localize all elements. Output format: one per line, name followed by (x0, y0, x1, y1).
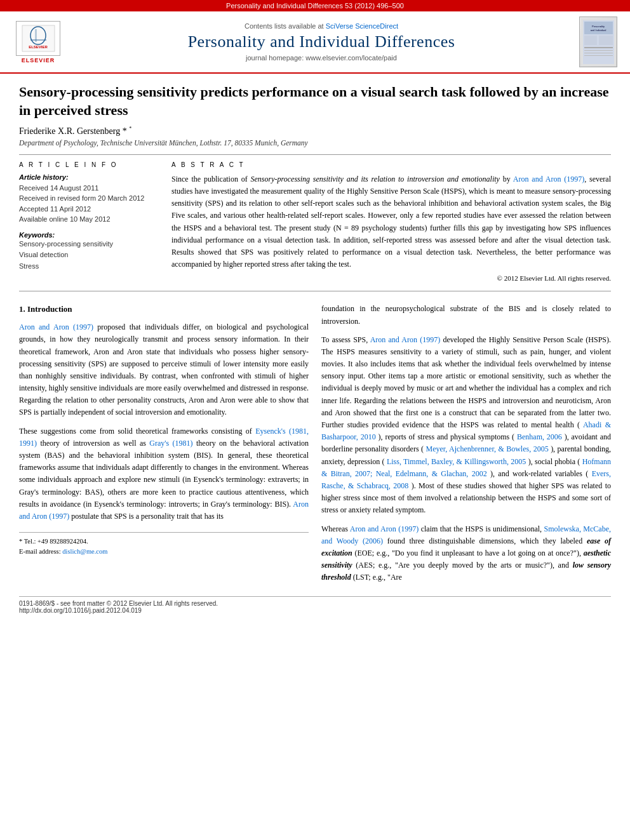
issn-line: 0191-8869/$ - see front matter © 2012 El… (19, 600, 611, 607)
svg-text:Personality: Personality (592, 25, 605, 28)
elsevier-text: ELSEVIER (22, 57, 55, 63)
abstract-column: A B S T R A C T Since the publication of… (171, 161, 611, 283)
svg-rect-3 (35, 29, 37, 42)
svg-rect-10 (584, 36, 597, 45)
available-date: Available online 10 May 2012 (19, 214, 159, 225)
abstract-text-intro: Since the publication of (171, 175, 251, 183)
abstract-text-main: , several studies have investigated the … (171, 175, 611, 269)
body-para-1: Aron and Aron (1997) proposed that indiv… (19, 321, 309, 419)
aron1997-link-r2[interactable]: Aron and Aron (1997) (350, 524, 419, 533)
author-name: Friederike X.R. Gerstenberg * * (19, 126, 611, 137)
received-date: Received 14 August 2011 (19, 183, 159, 194)
svg-text:ELSEVIER: ELSEVIER (29, 45, 48, 49)
journal-homepage: journal homepage: www.elsevier.com/locat… (64, 54, 579, 62)
svg-rect-13 (584, 50, 613, 51)
elsevier-logo-image: ELSEVIER (16, 21, 60, 56)
body-divider (19, 291, 611, 291)
doi-line: http://dx.doi.org/10.1016/j.paid.2012.04… (19, 607, 611, 614)
accepted-date: Accepted 11 April 2012 (19, 204, 159, 215)
journal-citation: Personality and Individual Differences 5… (0, 0, 630, 11)
svg-rect-7 (584, 22, 613, 34)
elsevier-logo: ELSEVIER ELSEVIER (13, 21, 64, 63)
author-affiliation: Department of Psychology, Technische Uni… (19, 139, 611, 147)
keyword-2: Visual detection (19, 250, 159, 261)
body-para-r3: Whereas Aron and Aron (1997) claim that … (321, 523, 611, 584)
sciverse-link-anchor[interactable]: SciVerse ScienceDirect (326, 22, 398, 30)
body-left-column: 1. Introduction Aron and Aron (1997) pro… (19, 303, 309, 590)
svg-rect-12 (584, 47, 613, 48)
benham-link[interactable]: Benham, 2006 (517, 432, 562, 441)
divider (19, 154, 611, 155)
svg-rect-11 (599, 36, 613, 45)
email-link[interactable]: dislich@me.com (62, 548, 107, 555)
body-para-2: These suggestions come from solid theore… (19, 425, 309, 523)
svg-rect-15 (584, 55, 613, 56)
journal-header: ELSEVIER ELSEVIER Contents lists availab… (0, 11, 630, 74)
journal-thumbnail: Personality and Individual (579, 17, 617, 67)
article-title: Sensory-processing sensitivity predicts … (19, 83, 611, 119)
journal-header-center: Contents lists available at SciVerse Sci… (64, 22, 579, 62)
keyword-1: Sensory-processing sensitivity (19, 239, 159, 250)
article-history: Article history: Received 14 August 2011… (19, 173, 159, 225)
article-info-abstract: A R T I C L E I N F O Article history: R… (19, 161, 611, 283)
footnote-area: * Tel.: +49 89288924204. E-mail address:… (19, 532, 309, 557)
svg-rect-14 (584, 53, 613, 53)
sciverse-link: Contents lists available at SciVerse Sci… (64, 22, 579, 30)
journal-citation-text: Personality and Individual Differences 5… (226, 2, 404, 10)
footnote-email: E-mail address: dislich@me.com (19, 547, 309, 557)
gray-link[interactable]: Gray's (1981) (149, 439, 192, 448)
body-para-r1: foundation in the neuropsychological sub… (321, 303, 611, 327)
aron1997-link-1[interactable]: Aron and Aron (1997) (19, 323, 93, 331)
section-1-heading: 1. Introduction (19, 303, 309, 316)
content-area: Sensory-processing sensitivity predicts … (0, 74, 630, 627)
bottom-ids: 0191-8869/$ - see front matter © 2012 El… (19, 596, 611, 614)
abstract-text: Since the publication of Sensory-process… (171, 173, 611, 271)
footnote-tel: * Tel.: +49 89288924204. (19, 537, 309, 547)
article-info-label: A R T I C L E I N F O (19, 161, 159, 168)
received-revised-date: Received in revised form 20 March 2012 (19, 193, 159, 204)
copyright: © 2012 Elsevier Ltd. All rights reserved… (171, 274, 611, 282)
abstract-text-by: by (500, 175, 513, 183)
body-right-column: foundation in the neuropsychological sub… (321, 303, 611, 590)
svg-text:and Individual: and Individual (590, 29, 606, 32)
abstract-label: A B S T R A C T (171, 161, 611, 168)
liss-link[interactable]: Liss, Timmel, Baxley, & Killingsworth, 2… (387, 457, 526, 466)
abstract-aron-link[interactable]: Aron and Aron (1997) (513, 175, 584, 183)
aron1997-link-r1[interactable]: Aron and Aron (1997) (370, 335, 441, 344)
journal-title: Personality and Individual Differences (64, 32, 579, 51)
body-para-r2: To assess SPS, Aron and Aron (1997) deve… (321, 334, 611, 517)
meyer-link[interactable]: Meyer, Ajchenbrenner, & Bowles, 2005 (426, 444, 548, 453)
body-content: 1. Introduction Aron and Aron (1997) pro… (19, 303, 611, 590)
abstract-italic-title: Sensory-processing sensitivity and its r… (251, 175, 500, 183)
keywords-section: Keywords: Sensory-processing sensitivity… (19, 231, 159, 272)
article-info-column: A R T I C L E I N F O Article history: R… (19, 161, 159, 283)
keyword-3: Stress (19, 261, 159, 272)
